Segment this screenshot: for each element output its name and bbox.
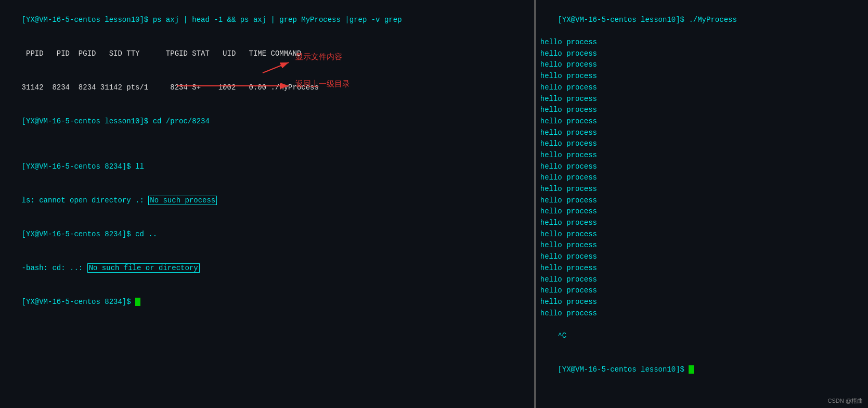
annotation-show-content: 显示文件内容 bbox=[295, 52, 342, 62]
hello-25: hello process bbox=[540, 308, 864, 320]
hello-21: hello process bbox=[540, 263, 864, 274]
watermark: CSDN @梧曲 bbox=[828, 397, 863, 405]
hello-24: hello process bbox=[540, 297, 864, 308]
right-header-line: [YX@VM-16-5-centos lesson10]$ ./MyProces… bbox=[540, 3, 864, 37]
hello-10: hello process bbox=[540, 138, 864, 150]
line-ps-command: [YX@VM-16-5-centos lesson10]$ ps axj | h… bbox=[4, 3, 530, 37]
line-ls-error: ls: cannot open directory .: No such pro… bbox=[4, 184, 530, 218]
hello-16: hello process bbox=[540, 206, 864, 218]
right-final-prompt: [YX@VM-16-5-centos lesson10]$ bbox=[540, 353, 864, 387]
hello-8: hello process bbox=[540, 116, 864, 128]
hello-3: hello process bbox=[540, 59, 864, 71]
hello-2: hello process bbox=[540, 48, 864, 60]
hello-9: hello process bbox=[540, 128, 864, 139]
line-cd-up: [YX@VM-16-5-centos 8234]$ cd .. bbox=[4, 218, 530, 251]
hello-4: hello process bbox=[540, 71, 864, 82]
prompt-1: [YX@VM-16-5-centos lesson10]$ ps axj | h… bbox=[22, 16, 402, 24]
hello-15: hello process bbox=[540, 195, 864, 207]
hello-7: hello process bbox=[540, 105, 864, 116]
line-ll: [YX@VM-16-5-centos 8234]$ ll bbox=[4, 150, 530, 184]
annotation-go-up: 返回上一级目录 bbox=[295, 79, 350, 89]
no-such-file-highlight: No such file or directory bbox=[87, 263, 200, 273]
hello-20: hello process bbox=[540, 251, 864, 263]
hello-22: hello process bbox=[540, 274, 864, 286]
ctrl-c-line: ^C bbox=[540, 319, 864, 353]
hello-11: hello process bbox=[540, 150, 864, 161]
line-ps-row: 31142 8234 8234 31142 pts/1 8234 S+ 1002… bbox=[4, 71, 530, 105]
hello-14: hello process bbox=[540, 184, 864, 195]
hello-1: hello process bbox=[540, 37, 864, 48]
no-such-process-highlight: No such process bbox=[148, 196, 217, 205]
hello-5: hello process bbox=[540, 82, 864, 94]
terminal-right: [YX@VM-16-5-centos lesson10]$ ./MyProces… bbox=[536, 0, 868, 408]
hello-19: hello process bbox=[540, 240, 864, 251]
line-bash-error: -bash: cd: ..: No such file or directory bbox=[4, 251, 530, 285]
line-ps-header: PPID PID PGID SID TTY TPGID STAT UID TIM… bbox=[4, 37, 530, 71]
hello-18: hello process bbox=[540, 229, 864, 240]
cursor bbox=[135, 298, 140, 306]
hello-6: hello process bbox=[540, 94, 864, 105]
right-cursor bbox=[689, 365, 694, 374]
hello-23: hello process bbox=[540, 285, 864, 297]
hello-12: hello process bbox=[540, 161, 864, 173]
line-final-prompt: [YX@VM-16-5-centos 8234]$ bbox=[4, 285, 530, 319]
hello-13: hello process bbox=[540, 172, 864, 184]
terminal-left: [YX@VM-16-5-centos lesson10]$ ps axj | h… bbox=[0, 0, 535, 408]
hello-17: hello process bbox=[540, 218, 864, 229]
line-cd-proc: [YX@VM-16-5-centos lesson10]$ cd /proc/8… bbox=[4, 105, 530, 150]
